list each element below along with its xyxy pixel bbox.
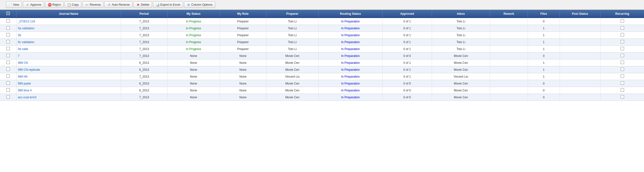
recurring-cell[interactable] xyxy=(600,25,644,32)
recurring-checkbox[interactable] xyxy=(621,74,624,78)
table-row: acc-cust-krm37_2013NoneNoneMovie CenIn P… xyxy=(0,94,644,101)
row-checkbox[interactable] xyxy=(6,88,10,92)
my-status-cell: None xyxy=(167,94,220,101)
journal-name-cell[interactable]: _073013 116 xyxy=(16,18,121,25)
row-checkbox-cell[interactable] xyxy=(0,87,16,94)
row-checkbox[interactable] xyxy=(6,95,10,99)
my-role-cell: None xyxy=(220,73,266,80)
row-checkbox[interactable] xyxy=(6,61,10,64)
journal-name-cell[interactable]: 5c validation xyxy=(16,39,121,46)
row-checkbox[interactable] xyxy=(6,26,10,30)
journal-name-cell[interactable]: 999 HK xyxy=(16,73,121,80)
recurring-checkbox[interactable] xyxy=(621,47,624,50)
preparer-cell: Toto Li xyxy=(266,46,318,53)
auto-reverse-icon: ↺ xyxy=(107,3,111,7)
recurring-cell[interactable] xyxy=(600,32,644,39)
recurring-checkbox[interactable] xyxy=(621,61,624,64)
approved-cell: 0 of 0 xyxy=(382,53,432,59)
recurring-checkbox[interactable] xyxy=(621,40,624,43)
journal-name-cell[interactable]: 999 time 4 xyxy=(16,87,121,94)
table-row: 5c validation7_2013In ProgressPreparerTo… xyxy=(0,39,644,46)
export-excel-button[interactable]: 📊Export to Excel xyxy=(153,2,183,8)
recurring-cell[interactable] xyxy=(600,87,644,94)
row-checkbox-cell[interactable] xyxy=(0,32,16,39)
recurring-checkbox[interactable] xyxy=(621,54,624,57)
row-checkbox-cell[interactable] xyxy=(0,53,16,59)
auto-reverse-label: Auto Reverse xyxy=(112,3,130,7)
approve-button[interactable]: ✔Approve xyxy=(23,2,44,8)
journal-name-cell[interactable]: 999 paste xyxy=(16,80,121,87)
post-status-cell xyxy=(560,87,600,94)
preparer-cell: Toto Li xyxy=(266,39,318,46)
row-checkbox[interactable] xyxy=(6,40,10,43)
row-checkbox-cell[interactable] xyxy=(0,18,16,25)
reject-button[interactable]: ⛔Reject xyxy=(45,2,64,8)
recurring-checkbox[interactable] xyxy=(621,88,624,92)
row-checkbox-cell[interactable] xyxy=(0,59,16,66)
delete-button[interactable]: ✖Delete xyxy=(133,2,152,8)
row-checkbox[interactable] xyxy=(6,74,10,78)
table-row: 5a validation7_2013In ProgressPreparerTo… xyxy=(0,25,644,32)
recurring-checkbox[interactable] xyxy=(621,68,624,71)
table-body: _073013 1167_2013In ProgressPreparerToto… xyxy=(0,18,644,101)
journal-name-cell[interactable]: 5b xyxy=(16,32,121,39)
journal-name-cell[interactable]: 5a validation xyxy=(16,25,121,32)
row-checkbox-cell[interactable] xyxy=(0,25,16,32)
journal-name-cell[interactable]: 7 xyxy=(16,53,121,59)
my-status-cell: None xyxy=(167,66,220,73)
row-checkbox[interactable] xyxy=(6,68,10,71)
col-header-my-status: My Status xyxy=(167,10,220,18)
new-button[interactable]: 📄New xyxy=(6,2,22,8)
rework-cell xyxy=(490,66,528,73)
row-checkbox-cell[interactable] xyxy=(0,66,16,73)
rework-cell xyxy=(490,32,528,39)
journal-name-cell[interactable]: 999 CN-replicate xyxy=(16,66,121,73)
copy-button[interactable]: 📋Copy xyxy=(64,2,82,8)
select-all-checkbox[interactable] xyxy=(6,12,10,15)
table-row: 999 paste6_2013NoneNoneMovie CenIn Prepa… xyxy=(0,80,644,87)
my-status-cell: In Progress xyxy=(167,46,220,53)
row-checkbox-cell[interactable] xyxy=(0,80,16,87)
row-checkbox[interactable] xyxy=(6,54,10,57)
recurring-checkbox[interactable] xyxy=(621,19,624,23)
inbox-cell: Movie Cen xyxy=(432,80,490,87)
period-cell: 7_2013 xyxy=(121,18,167,25)
recurring-checkbox[interactable] xyxy=(621,26,624,30)
rework-cell xyxy=(490,46,528,53)
row-checkbox-cell[interactable] xyxy=(0,94,16,101)
recurring-cell[interactable] xyxy=(600,59,644,66)
column-options-button[interactable]: ⚙Column Options xyxy=(184,2,215,8)
row-checkbox[interactable] xyxy=(6,19,10,23)
recurring-cell[interactable] xyxy=(600,39,644,46)
recurring-cell[interactable] xyxy=(600,80,644,87)
col-header-preparer: Preparer xyxy=(266,10,318,18)
recurring-cell[interactable] xyxy=(600,73,644,80)
auto-reverse-button[interactable]: ↺Auto Reverse xyxy=(104,2,132,8)
recurring-cell[interactable] xyxy=(600,53,644,59)
journal-name-cell[interactable]: 5d valid xyxy=(16,46,121,53)
recurring-checkbox[interactable] xyxy=(621,81,624,85)
recurring-checkbox[interactable] xyxy=(621,95,624,99)
row-checkbox-cell[interactable] xyxy=(0,46,16,53)
inbox-cell: Toto Li xyxy=(432,18,490,25)
recurring-cell[interactable] xyxy=(600,94,644,101)
reject-label: Reject xyxy=(52,3,61,7)
my-role-cell: None xyxy=(220,53,266,59)
journal-name-cell[interactable]: 999 CN xyxy=(16,59,121,66)
row-checkbox[interactable] xyxy=(6,33,10,37)
files-cell: 0 xyxy=(528,87,560,94)
row-checkbox-cell[interactable] xyxy=(0,39,16,46)
inbox-cell: Vincent Liu xyxy=(432,73,490,80)
post-status-cell xyxy=(560,53,600,59)
row-checkbox[interactable] xyxy=(6,47,10,50)
recurring-checkbox[interactable] xyxy=(621,33,624,37)
preparer-cell: Movie Cen xyxy=(266,59,318,66)
recurring-cell[interactable] xyxy=(600,66,644,73)
select-all-checkbox-header[interactable] xyxy=(0,10,16,18)
recurring-cell[interactable] xyxy=(600,18,644,25)
recurring-cell[interactable] xyxy=(600,46,644,53)
row-checkbox-cell[interactable] xyxy=(0,73,16,80)
row-checkbox[interactable] xyxy=(6,81,10,85)
journal-name-cell[interactable]: acc-cust-krm3 xyxy=(16,94,121,101)
reverse-button[interactable]: ↩Reverse xyxy=(82,2,104,8)
